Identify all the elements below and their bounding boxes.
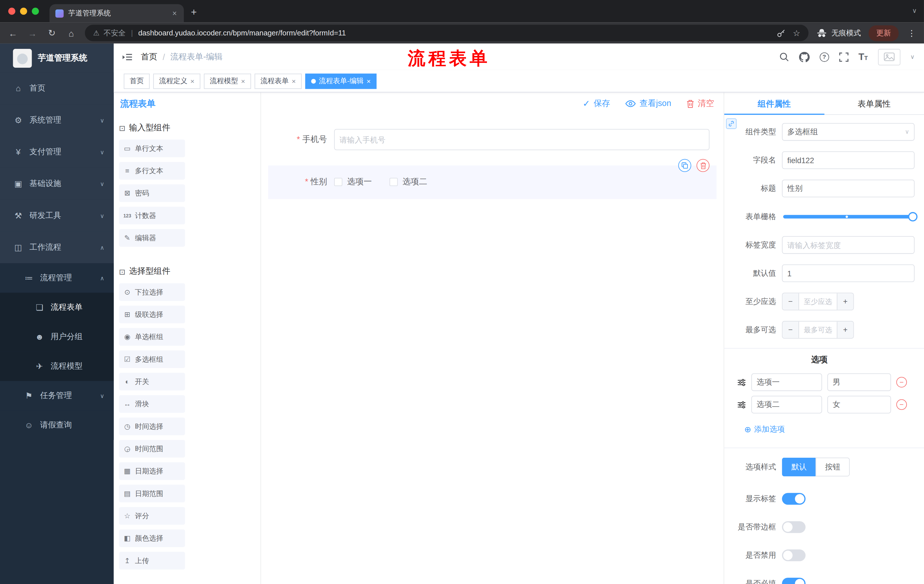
sidebar-item-process-model[interactable]: ✈ 流程模型 [0, 352, 114, 381]
option-label-input[interactable] [751, 396, 822, 413]
component-type-value[interactable] [782, 123, 914, 141]
window-zoom-button[interactable] [32, 8, 39, 15]
palette-item-password[interactable]: ⊠密码 [119, 184, 185, 202]
address-bar[interactable]: ⚠ 不安全 | dashboard.yudao.iocoder.cn/bpm/m… [85, 25, 808, 41]
sidebar-item-infrastructure[interactable]: ▣ 基础设施 ∨ [0, 168, 114, 199]
form-canvas[interactable]: 手机号 [261, 115, 724, 584]
title-input[interactable] [782, 180, 914, 197]
field-name-input[interactable] [782, 151, 914, 169]
increase-button[interactable]: + [837, 321, 853, 338]
view-json-button[interactable]: 查看json [625, 98, 671, 109]
palette-item-select[interactable]: ⊙下拉选择 [119, 283, 185, 301]
close-icon[interactable]: × [366, 77, 371, 85]
breadcrumb-home[interactable]: 首页 [141, 51, 158, 62]
palette-item-date-picker[interactable]: ▦日期选择 [119, 462, 185, 480]
sidebar-item-payment[interactable]: ¥ 支付管理 ∨ [0, 136, 114, 168]
window-minimize-button[interactable] [20, 8, 27, 15]
label-width-input[interactable] [782, 236, 914, 254]
style-default-button[interactable]: 默认 [782, 458, 815, 477]
drag-handle-icon[interactable] [737, 400, 746, 409]
add-option-link[interactable]: ⊕ 添加选项 [724, 424, 914, 434]
form-grid-slider[interactable] [783, 215, 913, 218]
github-button[interactable] [799, 51, 810, 62]
checkbox-option-1[interactable]: 选项一 [334, 176, 372, 187]
remove-option-button[interactable]: − [896, 399, 907, 410]
forward-button[interactable]: → [26, 28, 38, 38]
palette-item-checkbox-group[interactable]: ☑多选框组 [119, 350, 185, 368]
sidebar-item-task-management[interactable]: ⚑ 任务管理 ∨ [0, 381, 114, 411]
phone-input[interactable] [334, 129, 710, 150]
help-button[interactable]: ? [820, 52, 829, 61]
fullscreen-button[interactable] [839, 52, 848, 61]
palette-item-single-line-text[interactable]: ▭单行文本 [119, 140, 185, 158]
component-type-select[interactable]: ∨ [782, 123, 914, 141]
min-select-input[interactable] [799, 293, 837, 310]
sidebar-item-system[interactable]: ⚙ 系统管理 ∨ [0, 104, 114, 136]
remove-option-button[interactable]: − [896, 377, 907, 387]
required-switch[interactable] [782, 578, 805, 584]
sidebar-item-devtools[interactable]: ⚒ 研发工具 ∨ [0, 200, 114, 232]
border-switch[interactable] [782, 521, 805, 533]
browser-menu-button[interactable]: ⋮ [906, 28, 917, 38]
palette-item-radio-group[interactable]: ◉单选框组 [119, 328, 185, 346]
drag-handle-icon[interactable] [737, 378, 746, 387]
option-value-input[interactable] [827, 373, 891, 391]
option-label-input[interactable] [751, 373, 822, 391]
close-icon[interactable]: × [190, 77, 195, 85]
tab-form-properties[interactable]: 表单属性 [824, 92, 924, 114]
browser-tab[interactable]: 芋道管理系统 × [50, 4, 184, 22]
palette-item-editor[interactable]: ✎编辑器 [119, 229, 185, 247]
tag-process-form-edit[interactable]: 流程表单-编辑 × [305, 73, 376, 89]
palette-item-rate[interactable]: ☆评分 [119, 507, 185, 525]
save-button[interactable]: ✓ 保存 [582, 98, 610, 109]
palette-item-switch[interactable]: ◐开关 [119, 373, 185, 391]
font-size-button[interactable]: TT [858, 51, 868, 62]
tag-process-form[interactable]: 流程表单 × [255, 73, 302, 89]
tag-home[interactable]: 首页 [124, 73, 150, 89]
home-button[interactable]: ⌂ [66, 28, 77, 38]
sidebar-item-user-group[interactable]: ☻ 用户分组 [0, 322, 114, 351]
slider-handle[interactable] [908, 212, 917, 221]
tag-process-definition[interactable]: 流程定义 × [153, 73, 200, 89]
password-key-icon[interactable] [777, 29, 786, 38]
avatar-dropdown-chevron-icon[interactable]: ∨ [910, 54, 914, 60]
decrease-button[interactable]: − [782, 293, 799, 310]
sidebar-item-process-management[interactable]: ≔ 流程管理 ∧ [0, 263, 114, 293]
form-field-gender-selected[interactable]: 性别 选项一 选项二 [268, 165, 717, 199]
sidebar-item-process-form[interactable]: ❏ 流程表单 [0, 293, 114, 322]
palette-item-time-range[interactable]: ◶时间范围 [119, 440, 185, 458]
user-avatar[interactable] [878, 49, 900, 65]
tag-process-model[interactable]: 流程模型 × [204, 73, 251, 89]
palette-item-counter[interactable]: 123计数器 [119, 207, 185, 224]
new-tab-button[interactable]: + [191, 7, 197, 18]
disabled-switch[interactable] [782, 549, 805, 561]
decrease-button[interactable]: − [782, 321, 799, 338]
show-label-switch[interactable] [782, 493, 805, 505]
tab-component-properties[interactable]: 组件属性 [724, 92, 824, 115]
max-select-input[interactable] [799, 321, 837, 338]
palette-item-slider[interactable]: ↔滑块 [119, 395, 185, 413]
sidebar-item-workflow[interactable]: ◫ 工作流程 ∧ [0, 232, 114, 263]
palette-item-multi-line-text[interactable]: ≡多行文本 [119, 162, 185, 180]
increase-button[interactable]: + [837, 293, 853, 310]
style-button-button[interactable]: 按钮 [816, 458, 850, 477]
window-close-button[interactable] [8, 8, 15, 15]
search-button[interactable] [779, 52, 789, 62]
clear-button[interactable]: 清空 [686, 98, 714, 109]
delete-component-button[interactable] [696, 159, 709, 172]
close-icon[interactable]: × [292, 77, 295, 85]
default-value-input[interactable] [782, 264, 914, 282]
option-value-input[interactable] [827, 396, 891, 413]
sidebar-item-leave-query[interactable]: ☺ 请假查询 [0, 411, 114, 440]
checkbox-option-2[interactable]: 选项二 [389, 176, 427, 187]
tab-close-icon[interactable]: × [171, 9, 178, 18]
tab-search-chevron-icon[interactable]: ∨ [912, 7, 917, 15]
copy-component-button[interactable] [678, 159, 691, 172]
sidebar-fold-button[interactable] [122, 51, 133, 62]
back-button[interactable]: ← [7, 28, 19, 38]
reload-button[interactable]: ↻ [46, 28, 58, 38]
close-icon[interactable]: × [241, 77, 245, 85]
palette-item-cascader[interactable]: ⊞级联选择 [119, 306, 185, 323]
palette-item-color-picker[interactable]: ◧颜色选择 [119, 530, 185, 547]
palette-item-date-range[interactable]: ▤日期范围 [119, 485, 185, 502]
